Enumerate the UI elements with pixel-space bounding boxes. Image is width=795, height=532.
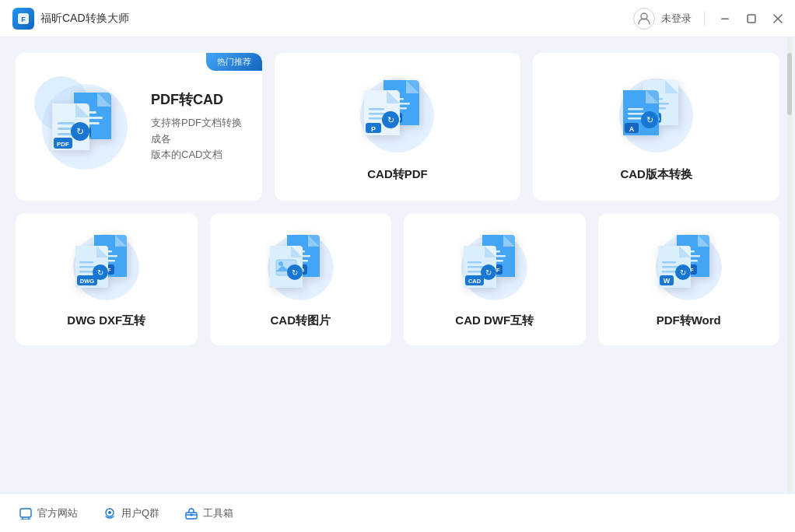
toolbox-label: 工具箱	[203, 506, 233, 520]
featured-title: PDF转CAD	[151, 90, 243, 109]
qq-label: 用户Q群	[121, 506, 159, 520]
svg-text:↻: ↻	[485, 268, 492, 277]
featured-desc: 支持将PDF文档转换成各 版本的CAD文档	[151, 115, 243, 163]
svg-text:↻: ↻	[680, 268, 686, 277]
svg-text:DWG: DWG	[80, 278, 94, 285]
svg-text:W: W	[664, 277, 671, 285]
svg-text:↻: ↻	[646, 115, 653, 124]
maximize-button[interactable]	[744, 11, 759, 26]
user-area[interactable]: 未登录	[633, 8, 692, 30]
svg-rect-28	[369, 108, 384, 110]
card-pdf-to-word-label: PDF转Word	[657, 313, 721, 328]
top-cards-grid: 热门推荐	[16, 53, 779, 201]
hot-badge: 热门推荐	[206, 53, 262, 71]
card-pdf-to-word[interactable]: PDF W	[598, 213, 780, 345]
card-cad-dwf[interactable]: DWF CAD ↻	[404, 213, 586, 345]
footer-item-qq[interactable]: 用户Q群	[103, 506, 159, 520]
close-button[interactable]	[770, 11, 786, 26]
title-bar-right: 未登录	[633, 8, 786, 30]
scroll-indicator	[787, 37, 792, 493]
footer: 官方网站 用户Q群 工具箱	[0, 493, 795, 532]
card-cad-dwf-label: CAD DWF互转	[455, 313, 534, 328]
card-dwg-dxf[interactable]: DXF DWG ↻	[16, 213, 198, 345]
card-cad-version-label: CAD版本转换	[620, 167, 692, 182]
svg-rect-110	[191, 513, 193, 516]
card-cad-to-image[interactable]: CAD ↻	[210, 213, 392, 345]
svg-text:PDF: PDF	[57, 141, 69, 148]
main-content: 热门推荐	[0, 37, 795, 493]
window-controls	[717, 11, 786, 26]
svg-text:A: A	[629, 124, 635, 132]
card-cad-to-pdf[interactable]: CAD P	[275, 53, 521, 201]
app-logo: F	[12, 8, 34, 30]
svg-rect-4	[748, 15, 755, 23]
card-cad-version[interactable]: CAD A	[533, 53, 779, 201]
svg-text:CAD: CAD	[468, 278, 482, 285]
website-icon	[19, 506, 33, 520]
svg-rect-42	[628, 108, 643, 110]
card-cad-to-image-label: CAD转图片	[271, 313, 331, 328]
svg-rect-56	[79, 261, 93, 264]
svg-rect-81	[468, 261, 482, 264]
app-title: 福昕CAD转换大师	[40, 12, 129, 26]
website-label: 官方网站	[37, 506, 78, 520]
svg-point-107	[108, 511, 111, 514]
svg-rect-3	[721, 18, 729, 19]
svg-text:↻: ↻	[292, 268, 298, 277]
user-avatar-icon	[633, 8, 655, 30]
svg-rect-14	[58, 122, 75, 124]
divider	[704, 11, 705, 26]
svg-text:↻: ↻	[76, 126, 84, 137]
qq-icon	[103, 506, 117, 520]
card-pdf-to-cad[interactable]: 热门推荐	[16, 53, 262, 201]
minimize-button[interactable]	[717, 11, 733, 26]
svg-rect-102	[20, 509, 31, 517]
svg-rect-95	[662, 261, 676, 264]
svg-text:P: P	[371, 124, 376, 132]
title-bar: F 福昕CAD转换大师 未登录	[0, 0, 795, 37]
title-bar-left: F 福昕CAD转换大师	[12, 8, 129, 30]
user-login-label: 未登录	[661, 12, 692, 26]
scroll-thumb	[787, 53, 792, 115]
toolbox-icon	[184, 506, 198, 520]
featured-text: PDF转CAD 支持将PDF文档转换成各 版本的CAD文档	[151, 90, 243, 163]
bottom-cards-grid: DXF DWG ↻	[16, 213, 779, 345]
footer-item-toolbox[interactable]: 工具箱	[184, 506, 233, 520]
card-dwg-dxf-label: DWG DXF互转	[67, 313, 145, 328]
svg-text:↻: ↻	[387, 115, 394, 124]
svg-text:↻: ↻	[97, 268, 103, 277]
svg-text:F: F	[21, 16, 26, 23]
footer-item-website[interactable]: 官方网站	[19, 506, 78, 520]
card-cad-to-pdf-label: CAD转PDF	[367, 167, 428, 182]
